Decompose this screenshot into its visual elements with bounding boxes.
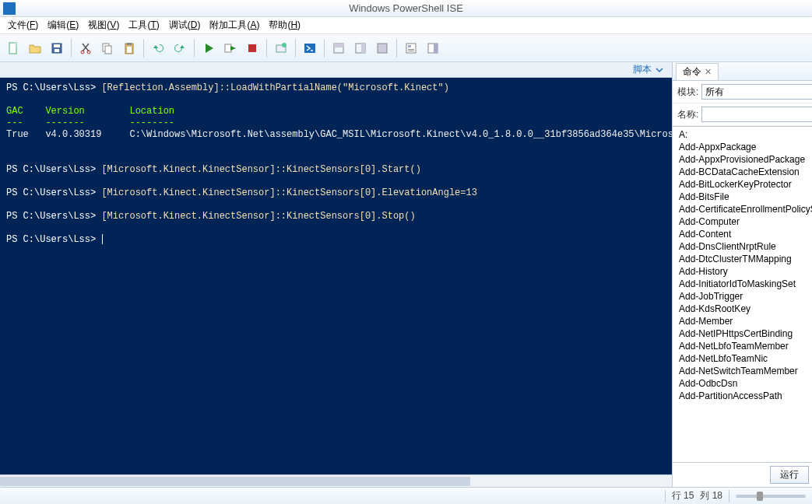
- app-icon: [3, 2, 16, 15]
- module-label: 模块:: [677, 86, 698, 99]
- commands-tab[interactable]: 命令 ✕: [676, 63, 719, 80]
- command-item[interactable]: Add-BitLockerKeyProtector: [673, 178, 812, 191]
- command-item[interactable]: Add-DtcClusterTMMapping: [673, 253, 812, 265]
- script-pane-header: 脚本: [0, 62, 672, 78]
- console-pane[interactable]: PS C:\Users\Lss> [Reflection.Assembly]::…: [0, 78, 672, 474]
- command-item[interactable]: Add-History: [673, 265, 812, 278]
- layout-script-max-button[interactable]: [372, 38, 392, 58]
- titlebar: Windows PowerShell ISE: [0, 0, 812, 17]
- copy-button[interactable]: [97, 38, 118, 58]
- svg-rect-22: [406, 44, 416, 53]
- statusbar: 行 15 列 18: [0, 487, 812, 504]
- command-item[interactable]: Add-NetSwitchTeamMember: [673, 365, 812, 377]
- zoom-slider[interactable]: [736, 495, 806, 498]
- menu-t[interactable]: 工具(T): [124, 17, 163, 33]
- svg-rect-11: [127, 47, 132, 53]
- svg-rect-27: [434, 44, 438, 53]
- command-list[interactable]: A:Add-AppxPackageAdd-AppxProvisionedPack…: [673, 126, 812, 462]
- commands-tab-label: 命令: [683, 65, 701, 79]
- command-item[interactable]: Add-DnsClientNrptRule: [673, 240, 812, 253]
- svg-rect-8: [105, 46, 111, 54]
- close-icon[interactable]: ✕: [705, 67, 712, 77]
- command-item[interactable]: Add-Computer: [673, 215, 812, 228]
- stop-button[interactable]: [242, 38, 262, 58]
- command-item[interactable]: Add-JobTrigger: [673, 290, 812, 303]
- svg-rect-23: [408, 45, 411, 47]
- menu-a[interactable]: 附加工具(A): [205, 17, 264, 33]
- name-input[interactable]: [701, 107, 812, 122]
- run-script-button[interactable]: [199, 38, 219, 58]
- start-powershell-button[interactable]: [300, 38, 320, 58]
- svg-rect-13: [248, 44, 256, 52]
- new-file-button[interactable]: [3, 38, 23, 58]
- svg-rect-21: [378, 44, 387, 53]
- cut-button[interactable]: [76, 38, 96, 58]
- title-text: Windows PowerShell ISE: [349, 2, 463, 14]
- redo-button[interactable]: [170, 38, 190, 58]
- module-select[interactable]: [701, 84, 812, 100]
- name-label: 名称:: [677, 108, 698, 121]
- command-item[interactable]: Add-NetLbfoTeamMember: [673, 340, 812, 352]
- show-command-addon-button[interactable]: [423, 38, 443, 58]
- svg-rect-1: [15, 43, 16, 46]
- show-command-button[interactable]: [401, 38, 421, 58]
- menu-e[interactable]: 编辑(E): [43, 17, 83, 33]
- horizontal-scrollbar[interactable]: [0, 474, 672, 487]
- toolbar: [0, 34, 812, 62]
- svg-rect-18: [334, 44, 343, 47]
- layout-script-right-button[interactable]: [350, 38, 371, 58]
- status-line: 行 15: [672, 489, 694, 502]
- new-remote-tab-button[interactable]: [271, 38, 291, 58]
- svg-rect-24: [408, 49, 414, 50]
- command-item[interactable]: Add-CertificateEnrollmentPolicyServer: [673, 203, 812, 215]
- command-item[interactable]: Add-Member: [673, 315, 812, 327]
- script-toggle-button[interactable]: 脚本: [633, 63, 664, 76]
- command-item[interactable]: Add-AppxProvisionedPackage: [673, 153, 812, 166]
- svg-rect-20: [361, 44, 365, 53]
- command-item[interactable]: A:: [673, 128, 812, 141]
- command-item[interactable]: Add-OdbcDsn: [673, 377, 812, 390]
- menu-v[interactable]: 视图(V): [83, 17, 124, 33]
- layout-script-top-button[interactable]: [329, 38, 349, 58]
- svg-point-15: [282, 43, 286, 47]
- paste-button[interactable]: [119, 38, 139, 58]
- command-item[interactable]: Add-BCDataCacheExtension: [673, 166, 812, 178]
- undo-button[interactable]: [148, 38, 168, 58]
- menubar: 文件(F)编辑(E)视图(V)工具(T)调试(D)附加工具(A)帮助(H): [0, 17, 812, 34]
- svg-rect-4: [54, 49, 59, 52]
- command-item[interactable]: Add-Content: [673, 228, 812, 240]
- menu-d[interactable]: 调试(D): [164, 17, 206, 33]
- commands-panel: 命令 ✕ 模块: 名称: A:Add-AppxPackageAdd-AppxPr…: [672, 62, 812, 487]
- command-item[interactable]: Add-KdsRootKey: [673, 303, 812, 315]
- chevron-down-icon: [655, 65, 664, 75]
- svg-rect-12: [225, 44, 231, 52]
- svg-rect-3: [54, 44, 60, 47]
- script-toggle-label: 脚本: [633, 63, 652, 76]
- svg-rect-10: [127, 43, 132, 45]
- run-selection-button[interactable]: [220, 38, 241, 58]
- command-item[interactable]: Add-NetLbfoTeamNic: [673, 352, 812, 365]
- command-item[interactable]: Add-NetIPHttpsCertBinding: [673, 327, 812, 340]
- command-item[interactable]: Add-BitsFile: [673, 191, 812, 203]
- open-file-button[interactable]: [25, 38, 45, 58]
- command-item[interactable]: Add-InitiatorIdToMaskingSet: [673, 278, 812, 290]
- save-button[interactable]: [47, 38, 67, 58]
- svg-rect-25: [408, 51, 414, 51]
- command-item[interactable]: Add-PartitionAccessPath: [673, 390, 812, 402]
- menu-f[interactable]: 文件(F): [3, 17, 43, 33]
- status-col: 列 18: [700, 489, 722, 502]
- run-command-button[interactable]: 运行: [770, 466, 809, 484]
- menu-h[interactable]: 帮助(H): [264, 17, 305, 33]
- command-item[interactable]: Add-AppxPackage: [673, 141, 812, 153]
